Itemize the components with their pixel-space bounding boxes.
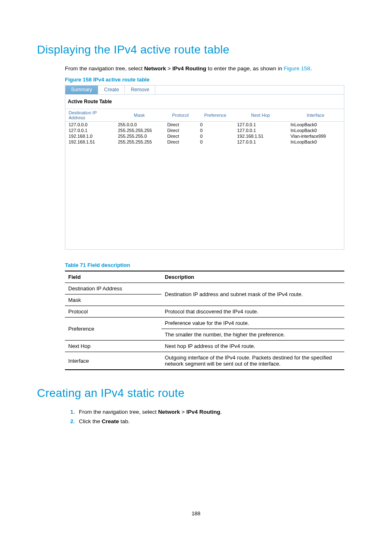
step1-nav-network: Network [158, 409, 180, 415]
tab-summary[interactable]: Summary [65, 86, 98, 94]
cell-pref: 0 [197, 133, 234, 139]
step2-prefix: Click the [79, 418, 102, 424]
cell-iface: Vlan-interface999 [287, 133, 344, 139]
intro-sep: > [166, 65, 172, 72]
desc-row: Protocol Protocol that discovered the IP… [65, 306, 344, 317]
cell-iface: InLoopBack0 [287, 127, 344, 133]
desc-field: Protocol [65, 306, 161, 317]
cell-iface: InLoopBack0 [287, 139, 344, 145]
col-nexthop[interactable]: Next Hop [234, 109, 287, 122]
desc-text: Outgoing interface of the IPv4 route. Pa… [161, 352, 344, 370]
heading-displaying: Displaying the IPv4 active route table [37, 43, 355, 56]
route-panel: Summary Create Remove Active Route Table… [65, 85, 344, 250]
table-caption: Table 71 Field description [65, 262, 355, 268]
cell-pref: 0 [197, 127, 234, 133]
cell-dest: 127.0.0.0 [65, 122, 115, 128]
table-row: 127.0.0.0 255.0.0.0 Direct 0 127.0.0.1 I… [65, 122, 344, 128]
desc-row: Next Hop Next hop IP address of the IPv4… [65, 341, 344, 352]
cell-proto: Direct [164, 127, 197, 133]
step2-suffix: tab. [119, 418, 130, 424]
step2-create: Create [102, 418, 119, 424]
cell-nexthop: 127.0.0.1 [234, 122, 287, 128]
col-pref[interactable]: Preference [197, 109, 234, 122]
cell-mask: 255.255.255.255 [115, 127, 164, 133]
step-1: From the navigation tree, select Network… [76, 409, 355, 415]
route-header-row: Destination IP Address Mask Protocol Pre… [65, 109, 344, 122]
desc-col-desc: Description [161, 271, 344, 283]
cell-nexthop: 127.0.0.1 [234, 127, 287, 133]
cell-mask: 255.255.255.255 [115, 139, 164, 145]
intro-suffix: . [310, 65, 312, 72]
desc-field: Preference [65, 317, 161, 341]
intro-nav-network: Network [144, 65, 166, 72]
heading-creating: Creating an IPv4 static route [37, 387, 355, 400]
panel-body: Active Route Table Destination IP Addres… [65, 95, 344, 249]
step1-suffix: . [220, 409, 222, 415]
desc-field: Destination IP Address [65, 283, 161, 294]
desc-col-field: Field [65, 271, 161, 283]
desc-text: Protocol that discovered the IPv4 route. [161, 306, 344, 317]
desc-row: Destination IP Address Destination IP ad… [65, 283, 344, 294]
intro-paragraph: From the navigation tree, select Network… [65, 65, 355, 72]
desc-field: Mask [65, 294, 161, 306]
panel-title: Active Route Table [65, 98, 344, 109]
field-description-table: Field Description Destination IP Address… [65, 271, 344, 370]
cell-nexthop: 192.168.1.51 [234, 133, 287, 139]
cell-nexthop: 127.0.0.1 [234, 139, 287, 145]
col-dest[interactable]: Destination IP Address [65, 109, 115, 122]
table-row: 127.0.0.1 255.255.255.255 Direct 0 127.0… [65, 127, 344, 133]
cell-dest: 192.168.1.51 [65, 139, 115, 145]
steps-list: From the navigation tree, select Network… [65, 409, 355, 424]
desc-text: Destination IP address and subnet mask o… [161, 283, 344, 306]
cell-mask: 255.0.0.0 [115, 122, 164, 128]
figure-caption: Figure 158 IPv4 active route table [65, 76, 355, 83]
step1-prefix: From the navigation tree, select [79, 409, 158, 415]
step1-sep: > [180, 409, 186, 415]
desc-text: Preference value for the IPv4 route. [161, 317, 344, 329]
desc-header-row: Field Description [65, 271, 344, 283]
cell-proto: Direct [164, 139, 197, 145]
step1-nav-ipv4routing: IPv4 Routing [187, 409, 221, 415]
cell-mask: 255.255.255.0 [115, 133, 164, 139]
tab-create[interactable]: Create [98, 86, 125, 94]
desc-row: Interface Outgoing interface of the IPv4… [65, 352, 344, 370]
intro-mid: to enter the page, as shown in [206, 65, 284, 72]
cell-iface: InLoopBack0 [287, 122, 344, 128]
col-iface[interactable]: Interface [287, 109, 344, 122]
step-2: Click the Create tab. [76, 418, 355, 424]
page-number: 188 [0, 510, 392, 517]
col-mask[interactable]: Mask [115, 109, 164, 122]
table-row: 192.168.1.0 255.255.255.0 Direct 0 192.1… [65, 133, 344, 139]
panel-empty-space [65, 145, 344, 248]
desc-field: Next Hop [65, 341, 161, 352]
cell-proto: Direct [164, 133, 197, 139]
table-row: 192.168.1.51 255.255.255.255 Direct 0 12… [65, 139, 344, 145]
cell-dest: 127.0.0.1 [65, 127, 115, 133]
tab-bar: Summary Create Remove [65, 86, 344, 95]
route-table: Destination IP Address Mask Protocol Pre… [65, 109, 344, 145]
desc-text: Next hop IP address of the IPv4 route. [161, 341, 344, 352]
intro-text: From the navigation tree, select [65, 65, 144, 72]
figure-link[interactable]: Figure 158 [284, 65, 310, 72]
intro-nav-ipv4routing: IPv4 Routing [173, 65, 207, 72]
desc-field: Interface [65, 352, 161, 370]
cell-pref: 0 [197, 122, 234, 128]
desc-text: The smaller the number, the higher the p… [161, 329, 344, 341]
cell-dest: 192.168.1.0 [65, 133, 115, 139]
tab-remove[interactable]: Remove [125, 86, 155, 94]
desc-row: Preference Preference value for the IPv4… [65, 317, 344, 329]
col-proto[interactable]: Protocol [164, 109, 197, 122]
cell-pref: 0 [197, 139, 234, 145]
cell-proto: Direct [164, 122, 197, 128]
